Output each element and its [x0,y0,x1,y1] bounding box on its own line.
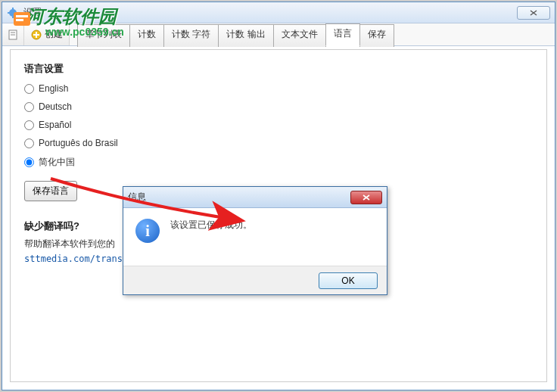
create-label: 创建 [45,28,63,41]
close-button[interactable] [517,6,550,20]
radio-deutsch[interactable] [24,102,34,112]
lang-section-title: 语言设置 [24,62,533,76]
radio-espanol[interactable] [24,120,34,130]
create-button[interactable]: 创建 [24,23,70,45]
tab-save[interactable]: 保存 [359,24,394,47]
lang-option-deutsch[interactable]: Deutsch [24,101,533,112]
titlebar: 设置 [2,2,555,23]
svg-rect-1 [12,8,14,10]
radio-english[interactable] [24,84,34,94]
doc-icon [7,29,19,41]
tabs: 章节列表 计数 计数 字符 计数 输出 文本文件 语言 保存 [77,23,394,45]
window-title: 设置 [23,6,517,19]
ok-button[interactable]: OK [319,272,378,289]
tab-textfile[interactable]: 文本文件 [273,24,326,47]
tab-count[interactable]: 计数 [129,24,164,47]
radio-portugues[interactable] [24,138,34,148]
dialog-message: 该设置已保存成功。 [170,219,252,232]
tab-language[interactable]: 语言 [325,23,360,46]
dialog-body: i 该设置已保存成功。 [123,208,387,266]
info-dialog: 信息 i 该设置已保存成功。 OK [123,186,387,295]
tab-count-chars[interactable]: 计数 字符 [163,24,219,47]
create-icon [30,29,42,41]
close-icon [530,10,537,16]
lang-option-chinese[interactable]: 简化中国 [24,156,533,169]
radio-chinese[interactable] [24,157,34,167]
dialog-close-button[interactable] [350,191,382,204]
tab-count-output[interactable]: 计数 输出 [218,24,273,47]
app-icon [7,7,19,19]
dialog-title: 信息 [128,191,350,204]
lang-option-espanol[interactable]: Español [24,120,533,130]
tool-btn-1[interactable] [2,23,24,45]
save-language-button[interactable]: 保存语言 [24,181,77,201]
svg-rect-4 [16,12,18,14]
dialog-footer: OK [123,266,387,294]
svg-point-0 [9,9,17,17]
svg-rect-3 [8,12,10,14]
lang-option-portugues[interactable]: Português do Brasil [24,138,533,148]
dialog-titlebar: 信息 [123,187,387,208]
close-icon [363,194,370,201]
info-icon: i [135,219,160,243]
tab-chapters[interactable]: 章节列表 [77,24,130,47]
svg-rect-2 [12,16,14,18]
lang-option-english[interactable]: English [24,83,533,94]
toolbar: 创建 章节列表 计数 计数 字符 计数 输出 文本文件 语言 保存 [2,23,555,46]
